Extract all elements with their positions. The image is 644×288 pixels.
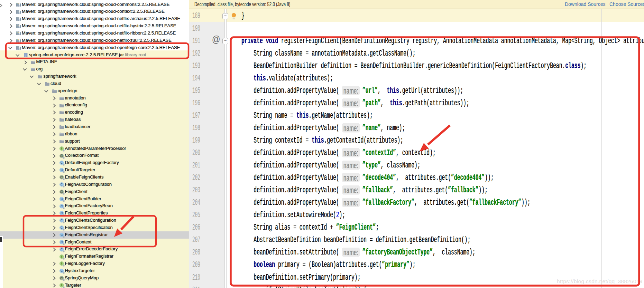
svg-text:C: C [60, 183, 63, 186]
svg-text:C: C [60, 240, 63, 244]
svg-text:I: I [61, 262, 62, 266]
svg-text:C: C [60, 204, 63, 208]
svg-text:@: @ [60, 175, 63, 179]
svg-text:C: C [60, 248, 63, 251]
svg-text:@: @ [60, 276, 63, 280]
svg-text:C: C [60, 226, 63, 229]
svg-text:@: @ [60, 154, 63, 157]
svg-text:C: C [60, 269, 63, 273]
svg-text:C: C [60, 233, 63, 237]
svg-text:C: C [60, 212, 63, 215]
svg-text:C: C [60, 197, 63, 201]
svg-text:C: C [60, 219, 63, 222]
svg-text:@: @ [60, 190, 63, 193]
svg-text:C: C [60, 169, 63, 172]
svg-text:I: I [61, 147, 62, 150]
svg-text:I: I [61, 255, 62, 258]
svg-text:I: I [61, 284, 62, 287]
svg-text:C: C [60, 161, 63, 165]
